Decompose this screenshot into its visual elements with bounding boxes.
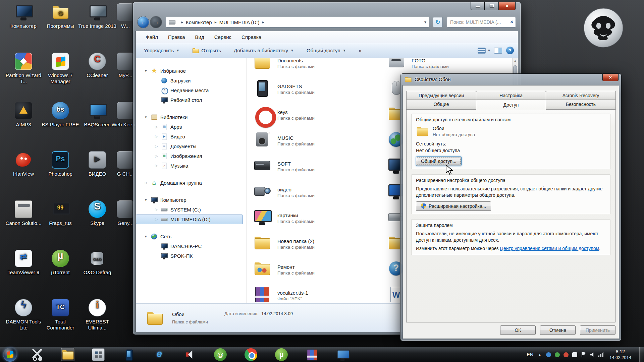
taskbar-app-button[interactable] [244,348,258,361]
address-bar[interactable]: ▸ Компьютер▸MULTIMEDIA (D:)▸ ▾ [166,17,429,27]
taskbar-app-button[interactable] [153,348,166,361]
menu-item[interactable]: Правка [163,31,190,43]
dialog-titlebar[interactable]: Свойства: Обои × [402,74,619,85]
chevron-right-icon[interactable]: ▸ [215,20,217,24]
tray-app-icon[interactable] [572,352,577,357]
file-item[interactable]: SOFTПапка с файлами [253,154,381,174]
expand-arrow-icon[interactable] [155,154,161,158]
tray-app-icon[interactable] [564,352,569,357]
expand-arrow-icon[interactable] [145,69,151,73]
scroll-up-icon[interactable]: ▲ [513,58,518,64]
view-dropdown-icon[interactable]: ▼ [487,49,491,52]
desktop-icon[interactable]: AIMP3 [3,102,44,151]
taskbar-app-button[interactable] [214,348,227,361]
sidebar-item[interactable]: Домашняя группа [136,178,243,188]
back-button[interactable]: ← [138,16,149,28]
search-input[interactable] [447,17,516,27]
change-view-icon[interactable] [478,48,486,54]
dialog-tab[interactable]: Предыдущие версии [406,91,476,100]
refresh-button[interactable]: ↻ [433,17,443,27]
desktop-icon[interactable]: Windows 7 Manager [40,53,80,102]
file-item[interactable]: РемонтПапка с файлами [253,257,381,277]
tray-app-icon[interactable] [546,352,551,357]
sidebar-item[interactable]: Библиотеки [136,112,243,122]
sidebar-item[interactable]: Изображения [136,151,243,161]
expand-arrow-icon[interactable] [155,217,161,222]
desktop-icon[interactable]: TeamViewer 9 [3,250,44,299]
menu-item[interactable]: Вид [190,31,209,43]
dialog-tab[interactable]: Общие [406,100,476,110]
toolbar-button[interactable]: Общий доступ▼ [303,46,350,55]
sidebar-item[interactable]: Сеть [136,232,243,241]
taskbar-app-button[interactable] [305,348,319,361]
desktop-icon[interactable]: Fraps_rus [40,200,80,250]
expand-arrow-icon[interactable] [145,181,151,185]
language-indicator[interactable]: EN [527,352,533,357]
expand-arrow-icon[interactable] [155,125,161,129]
network-icon[interactable] [598,352,603,357]
breadcrumb-segment[interactable]: Компьютер [186,19,212,25]
desktop-icon[interactable]: EVEREST Ultima... [77,299,117,348]
tray-expand-icon[interactable]: ▲ [538,353,541,357]
maximize-button[interactable] [485,2,499,10]
sidebar-item[interactable]: Недавние места [136,85,243,95]
toolbar-button[interactable]: »▼ [355,46,366,55]
file-item[interactable]: keysПапка с файлами [253,102,381,122]
cancel-button[interactable]: Отмена [540,325,576,335]
desktop-icon[interactable]: Компьютер [3,3,44,53]
sidebar-item[interactable]: Документы [136,141,243,151]
dialog-tab[interactable]: Acronis Recovery [546,91,616,100]
minimize-button[interactable] [471,2,485,10]
menu-item[interactable]: Файл [141,31,163,43]
sidebar-item[interactable]: Видео [136,132,243,141]
desktop-icon[interactable]: DAEMON Tools Lite [3,299,44,348]
dialog-tab[interactable]: Доступ [476,100,546,110]
desktop-icon[interactable]: µTorrent [40,250,80,299]
share-button[interactable]: Общий доступ... [416,157,462,166]
file-item[interactable]: MUSICПапка с файлами [253,128,381,148]
expand-arrow-icon[interactable] [155,164,161,168]
sidebar-item[interactable]: Избранное [136,66,243,76]
apply-button[interactable]: Применить [580,325,615,335]
preview-pane-icon[interactable] [494,48,502,54]
taskbar-app-button[interactable] [31,348,44,361]
file-item[interactable]: картинкиПапка с файлами [253,205,381,226]
expand-arrow-icon[interactable] [155,207,161,212]
sidebar-item[interactable]: SPOK-ПК [136,251,243,261]
file-item[interactable]: DocumentsПапка с файлами [253,58,381,71]
toolbar-button[interactable]: Открыть▼ [188,45,225,56]
show-desktop-button[interactable] [639,347,644,362]
dialog-tab[interactable]: Безопасность [546,100,616,110]
sidebar-item[interactable]: Рабочий стол [136,95,243,105]
expand-arrow-icon[interactable] [155,144,161,148]
file-item[interactable]: FOTOПапка с файлами [387,58,511,71]
advanced-sharing-button[interactable]: Расширенная настройка... [416,201,491,211]
chevron-right-icon[interactable]: ▸ [262,20,264,24]
desktop-icon[interactable]: Partition Wizard T... [3,53,44,102]
explorer-titlebar[interactable]: × [136,2,518,13]
toolbar-button[interactable]: Добавить в библиотеку▼ [230,46,298,55]
desktop-icon[interactable]: BS.Player FREE [40,102,80,151]
dialog-tab[interactable]: Настройка [476,91,546,100]
sidebar-item[interactable]: MULTIMEDIA (D:) [136,215,243,224]
expand-arrow-icon[interactable] [155,134,161,139]
desktop-icon[interactable]: IrfanView [3,151,44,200]
sidebar-item[interactable]: DANCHIK-PC [136,241,243,251]
expand-arrow-icon[interactable] [145,198,151,202]
start-button[interactable] [3,348,17,362]
taskbar-app-button[interactable] [336,348,349,361]
desktop-icon[interactable]: Canon Solutio... [3,200,44,250]
volume-icon[interactable] [590,352,595,357]
tray-app-icon[interactable] [555,352,560,357]
file-item[interactable]: Новая папка (2)Папка с файлами [253,231,381,251]
toolbar-button[interactable]: Упорядочить▼ [140,46,183,55]
network-center-link[interactable]: Центр управления сетями и общим доступом [500,246,599,251]
sidebar-item[interactable]: Компьютер [136,195,243,205]
file-item[interactable]: GADGETSПапка с файлами [253,76,381,97]
menu-item[interactable]: Справка [236,31,266,43]
sidebar-item[interactable]: SYSTEM (C:) [136,205,243,215]
desktop-icon[interactable]: Программы [40,3,80,53]
dialog-close-button[interactable]: × [602,74,619,81]
forward-button[interactable]: → [150,16,162,28]
file-item[interactable]: видеоПапка с файлами [253,180,381,200]
